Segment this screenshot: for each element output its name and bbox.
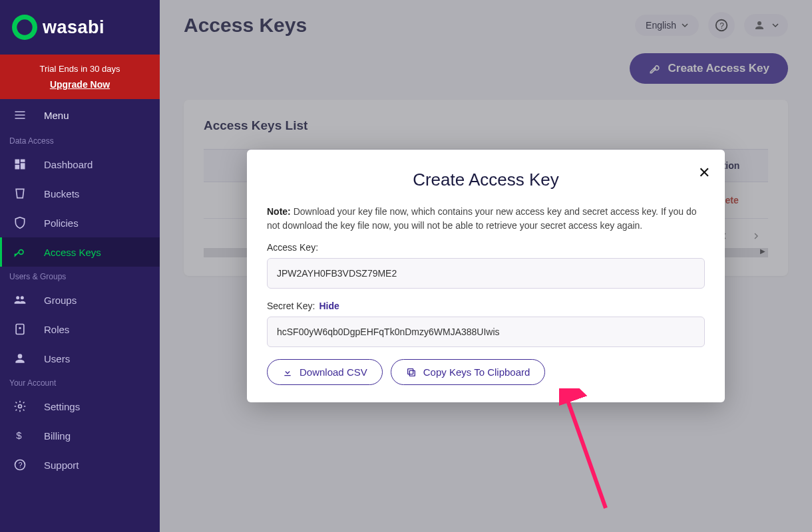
trial-text: Trial Ends in 30 days [0,64,160,74]
secret-key-label: Secret Key: Hide [267,301,705,311]
close-button[interactable]: ✕ [698,164,710,182]
sidebar-item-label: Access Keys [44,247,101,258]
section-users-groups: Users & Groups [0,267,160,285]
shield-icon [13,216,27,229]
svg-point-2 [19,405,22,408]
dollar-icon: $ [13,429,27,442]
hide-toggle[interactable]: Hide [319,301,339,311]
access-key-value[interactable]: JPW2AYH0FB3VDSZ79ME2 [267,258,705,289]
dashboard-icon [13,158,27,171]
svg-text:$: $ [16,430,22,441]
sidebar-item-access-keys[interactable]: Access Keys [0,237,160,267]
copy-label: Copy Keys To Clipboard [423,366,530,378]
sidebar-item-label: Buckets [44,188,79,200]
sidebar-item-label: Settings [44,401,80,412]
sidebar-item-label: Policies [44,217,79,229]
svg-point-1 [19,327,21,329]
section-your-account: Your Account [0,373,160,392]
sidebar-item-buckets[interactable]: Buckets [0,179,160,208]
menu-toggle[interactable]: Menu [0,99,160,131]
copy-icon [406,367,417,378]
sidebar-item-roles[interactable]: Roles [0,315,160,344]
section-data-access: Data Access [0,131,160,150]
svg-text:?: ? [19,461,23,469]
svg-rect-9 [407,368,413,374]
download-icon [282,367,293,378]
copy-clipboard-button[interactable]: Copy Keys To Clipboard [391,359,546,385]
upgrade-link[interactable]: Upgrade Now [0,79,160,90]
svg-rect-8 [409,370,415,376]
sidebar-item-label: Users [44,353,70,364]
logo-text: wasabi [43,17,104,38]
secret-key-value[interactable]: hcSF00yW6qb0DgpEHFqTk0nDmzy6WMJA388UIwis [267,317,705,347]
key-icon [13,245,27,259]
create-key-modal: Create Access Key ✕ Note: Download your … [247,150,725,402]
sidebar-item-support[interactable]: ? Support [0,450,160,479]
close-icon: ✕ [698,164,710,181]
menu-label: Menu [44,110,69,121]
logo-icon [12,15,37,40]
sidebar-item-label: Billing [44,430,71,442]
download-label: Download CSV [300,366,367,378]
main: Access Keys English ? Create Access Key … [160,0,812,532]
sidebar-item-groups[interactable]: Groups [0,285,160,315]
groups-icon [13,293,27,307]
modal-title: Create Access Key [267,170,705,190]
download-csv-button[interactable]: Download CSV [267,359,383,385]
bucket-icon [13,187,27,200]
gear-icon [13,400,27,413]
modal-note: Note: Download your key file now, which … [267,205,705,233]
note-label: Note: [267,206,291,217]
sidebar-item-users[interactable]: Users [0,344,160,373]
help-icon: ? [13,458,27,471]
sidebar-item-label: Groups [44,295,77,306]
sidebar: wasabi Trial Ends in 30 days Upgrade Now… [0,0,160,532]
trial-banner: Trial Ends in 30 days Upgrade Now [0,55,160,99]
access-key-label: Access Key: [267,242,705,253]
sidebar-item-dashboard[interactable]: Dashboard [0,150,160,179]
modal-actions: Download CSV Copy Keys To Clipboard [267,359,705,385]
badge-icon [13,323,27,336]
hamburger-icon [13,108,27,122]
logo: wasabi [0,0,160,55]
sidebar-item-billing[interactable]: $ Billing [0,421,160,450]
user-icon [13,352,27,365]
sidebar-item-label: Dashboard [44,159,93,170]
sidebar-item-label: Support [44,460,79,471]
sidebar-item-settings[interactable]: Settings [0,392,160,421]
sidebar-item-label: Roles [44,324,69,335]
sidebar-item-policies[interactable]: Policies [0,208,160,237]
note-body: Download your key file now, which contai… [267,206,697,231]
